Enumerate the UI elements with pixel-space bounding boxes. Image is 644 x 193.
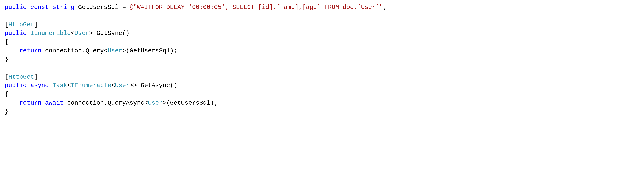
type-ienumerable: IEnumerable [30,30,71,37]
angle-close: > [122,47,126,54]
brace-open: { [5,91,8,98]
angle-open: < [104,47,108,54]
expr: connection.Query [45,47,104,54]
keyword-const: const [30,4,49,11]
keyword-return: return [20,47,42,54]
identifier: GetUsersSql [78,4,118,11]
code-block: public const string GetUsersSql = @"WAIT… [0,0,644,119]
attr-open-bracket: [ [5,21,8,28]
angle-close: > [89,30,93,37]
keyword-public: public [5,30,27,37]
keyword-public: public [5,82,27,89]
keyword-async: async [30,82,49,89]
angle-close: >> [130,82,137,89]
angle-open: < [111,82,115,89]
keyword-return: return [20,100,42,106]
brace-close: } [5,56,8,63]
angle-close: > [163,100,166,106]
type-task: Task [52,82,67,89]
expr: connection.QueryAsync [67,100,144,106]
equals: = [122,4,126,11]
attr-open-bracket: [ [5,74,8,80]
keyword-string: string [52,4,74,11]
keyword-public: public [5,4,27,11]
string-literal: "WAITFOR DELAY '00:00:05'; SELECT [id],[… [133,4,383,11]
parens: () [122,30,130,37]
attribute-httpget: HttpGet [8,74,34,80]
expr: (GetUsersSql); [126,47,178,54]
brace-open: { [5,39,8,46]
type-user: User [108,47,122,54]
semicolon: ; [383,4,387,11]
type-ienumerable: IEnumerable [71,82,111,89]
attribute-httpget: HttpGet [8,21,34,28]
attr-close-bracket: ] [34,21,38,28]
expr: (GetUsersSql); [166,100,218,106]
method-name: GetSync [96,30,122,37]
attr-close-bracket: ] [34,74,38,80]
keyword-await: await [45,100,64,106]
angle-open: < [67,82,71,89]
parens: () [170,82,178,89]
at-sign: @ [130,4,133,11]
method-name: GetAsync [141,82,170,89]
brace-close: } [5,108,8,115]
type-user: User [74,30,89,37]
angle-open: < [71,30,74,37]
type-user: User [148,100,163,106]
angle-open: < [144,100,148,106]
type-user: User [115,82,130,89]
